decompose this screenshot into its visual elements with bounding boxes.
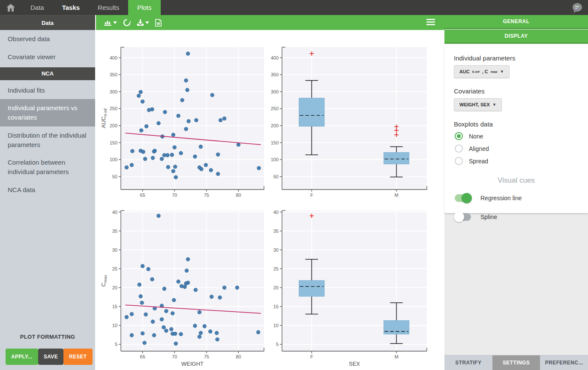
radio-option-none[interactable]: None [455, 132, 579, 140]
export-word-button[interactable]: W [155, 19, 162, 27]
radio-button[interactable] [455, 157, 463, 165]
svg-text:20: 20 [112, 285, 117, 290]
toggle-knob[interactable] [462, 193, 472, 203]
general-accordion[interactable]: GENERAL [444, 15, 588, 29]
box-plot[interactable]: 510152025303540FMSEX [265, 204, 438, 370]
subscript-text: 0-inf [472, 70, 480, 74]
svg-text:M: M [394, 193, 398, 198]
svg-text:400: 400 [110, 55, 117, 60]
subscript-text: max [491, 70, 498, 74]
chat-bubble-icon [571, 2, 583, 14]
toggle-label: Regression line [480, 195, 522, 202]
covariates-dropdown[interactable]: WEIGHT, SEX▼ [454, 98, 502, 111]
plots-sidebar: Observed dataCovariate viewerNCAIndividu… [0, 30, 95, 370]
svg-text:80: 80 [236, 193, 241, 198]
nav-tab-plots[interactable]: Plots [128, 0, 160, 15]
svg-text:70: 70 [172, 354, 177, 359]
svg-text:15: 15 [112, 304, 117, 309]
tab-settings[interactable]: SETTINGS [492, 355, 540, 370]
plot-layout-menu-button[interactable] [426, 18, 435, 27]
hamburger-menu-icon [426, 18, 435, 26]
svg-text:10: 10 [112, 323, 117, 328]
radio-label: None [469, 133, 483, 140]
visual-cues-title: Visual cues [454, 176, 579, 185]
covariates-label: Covariates [454, 87, 579, 95]
radio-button[interactable] [455, 132, 463, 140]
nav-tab-tasks[interactable]: Tasks [53, 0, 89, 15]
svg-text:40: 40 [273, 210, 279, 215]
display-accordion[interactable]: DISPLAY [444, 30, 588, 44]
svg-text:W: W [156, 21, 160, 26]
plot-toolbar: W [95, 15, 444, 30]
radio-button[interactable] [455, 144, 463, 153]
svg-text:350: 350 [271, 72, 279, 77]
settings-panel: GENERAL DISPLAY Individual parameters AU… [444, 15, 588, 370]
svg-text:35: 35 [273, 229, 279, 234]
svg-text:300: 300 [110, 89, 117, 94]
scatter-plot[interactable]: 5010015020025030035040065707580AUC0-inf [99, 40, 271, 204]
home-button[interactable] [0, 0, 21, 15]
text: , C [482, 69, 488, 74]
caret-down-icon: ▼ [492, 102, 496, 107]
bar-chart-icon [104, 19, 112, 26]
boxplots-data-radio-group: NoneAlignedSpread [454, 132, 579, 165]
text: AUC [459, 69, 470, 74]
x-axis-label: WEIGHT [181, 361, 204, 367]
svg-text:150: 150 [110, 140, 117, 145]
svg-text:35: 35 [112, 229, 117, 234]
x-axis-label: SEX [349, 361, 360, 367]
svg-text:100: 100 [110, 157, 117, 162]
nav-tab-results[interactable]: Results [89, 0, 128, 15]
scatter-plot[interactable]: 51015202530354065707580WEIGHTCmax [99, 204, 271, 370]
svg-text:30: 30 [112, 247, 117, 253]
box-plot[interactable]: 50100150200250300350400FM [265, 40, 438, 204]
individual-parameters-dropdown[interactable]: AUC0-inf, Cmax▼ [454, 65, 510, 78]
radio-option-aligned[interactable]: Aligned [455, 144, 579, 153]
svg-text:65: 65 [140, 354, 145, 359]
sidebar-item[interactable]: NCA data [0, 181, 95, 199]
download-icon [137, 19, 144, 26]
caret-down-icon [145, 21, 149, 24]
radio-label: Aligned [469, 145, 489, 152]
svg-text:100: 100 [271, 157, 279, 162]
export-image-button[interactable] [137, 19, 149, 26]
apply-button[interactable]: APPLY... [6, 349, 38, 365]
text: WEIGHT, SEX [459, 102, 490, 107]
svg-text:150: 150 [271, 140, 279, 145]
word-doc-icon: W [155, 19, 162, 27]
sidebar-item[interactable]: Individual parameters vs covariates [0, 99, 95, 126]
reset-button[interactable]: RESET [63, 349, 93, 365]
sidebar-item[interactable]: Individual fits [0, 81, 95, 99]
plot-formatting-buttons: APPLY...SAVERESET [0, 349, 95, 365]
toggle-switch[interactable] [455, 194, 471, 202]
toggle-knob[interactable] [454, 212, 464, 222]
toggle-label: Spline [480, 214, 497, 220]
plots-list: Observed dataCovariate viewerNCAIndividu… [0, 30, 95, 199]
tab-stratify[interactable]: STRATIFY [444, 355, 492, 370]
sidebar-item[interactable]: Observed data [0, 30, 95, 48]
radio-option-spread[interactable]: Spread [455, 157, 579, 165]
visual-cues-toggles: Regression lineSpline [454, 194, 579, 221]
refresh-button[interactable] [123, 19, 131, 27]
nav-tab-data[interactable]: Data [21, 0, 53, 15]
svg-text:200: 200 [110, 123, 117, 128]
toggle-switch[interactable] [455, 213, 471, 221]
boxplot-chart-2: 50100150200250300350400FM [265, 40, 438, 204]
plot-type-button[interactable] [104, 19, 117, 26]
svg-text:20: 20 [273, 285, 279, 290]
svg-text:10: 10 [273, 323, 279, 328]
tab-preferenc[interactable]: PREFERENC... [540, 355, 588, 370]
svg-text:F: F [310, 354, 313, 359]
svg-text:200: 200 [271, 123, 279, 128]
sidebar-item[interactable]: Correlation between individual parameter… [0, 153, 95, 181]
svg-text:400: 400 [271, 55, 279, 60]
chat-button[interactable] [571, 2, 583, 14]
plot-canvas: 5010015020025030035040065707580AUC0-inf5… [95, 30, 444, 370]
svg-text:75: 75 [204, 193, 209, 198]
caret-down-icon [113, 21, 117, 24]
svg-text:250: 250 [271, 106, 279, 111]
settings-bottom-tabs: STRATIFYSETTINGSPREFERENC... [444, 355, 588, 370]
sidebar-item[interactable]: Covariate viewer [0, 48, 95, 66]
save-button[interactable]: SAVE [38, 349, 63, 365]
sidebar-item[interactable]: Distribution of the individual parameter… [0, 126, 95, 154]
